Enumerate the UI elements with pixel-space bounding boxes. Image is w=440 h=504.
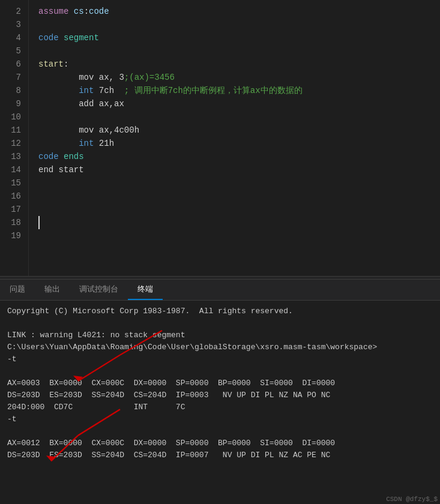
line-numbers: 2345678910111213141516171819 xyxy=(0,0,29,276)
line-number: 19 xyxy=(0,229,28,242)
code-line: start: xyxy=(38,58,440,71)
line-number: 7 xyxy=(0,71,28,84)
code-token: : xyxy=(64,59,68,69)
terminal-line: C:\Users\Yuan\AppData\Roaming\Code\User\… xyxy=(7,341,433,353)
watermark: CSDN @dfzy$_$ xyxy=(386,496,438,503)
code-content[interactable]: assume cs:code code segment start: mov a… xyxy=(29,0,440,276)
editor-area: 2345678910111213141516171819 assume cs:c… xyxy=(0,0,440,276)
terminal-line xyxy=(7,365,433,377)
code-token: code xyxy=(38,33,64,43)
line-number: 10 xyxy=(0,110,28,124)
code-line: int 21h xyxy=(38,137,440,150)
terminal-content[interactable]: Copyright (C) Microsoft Corp 1983-1987. … xyxy=(0,301,440,466)
terminal-line: -t xyxy=(7,353,433,365)
code-token: ends xyxy=(64,152,84,161)
terminal-line: AX=0003 BX=0000 CX=000C DX=0000 SP=0000 … xyxy=(7,377,433,389)
code-line: mov ax,4c00h xyxy=(38,124,440,137)
code-token: code xyxy=(89,7,109,16)
line-number: 4 xyxy=(0,31,28,44)
code-line xyxy=(38,190,440,203)
code-line xyxy=(38,216,440,229)
tab-终端[interactable]: 终端 xyxy=(128,279,163,300)
line-number: 11 xyxy=(0,124,28,137)
line-number: 15 xyxy=(0,176,28,190)
code-token: ; 调用中断7ch的中断例程，计算ax中的数据的 xyxy=(124,86,303,95)
line-number: 6 xyxy=(0,58,28,71)
terminal-line: 204D:000 CD7C INT 7C xyxy=(7,401,433,413)
code-line: mov ax, 3;(ax)=3456 xyxy=(38,71,440,84)
code-token: int xyxy=(79,86,94,95)
line-number: 9 xyxy=(0,97,28,110)
line-number: 16 xyxy=(0,190,28,203)
code-line: int 7ch ; 调用中断7ch的中断例程，计算ax中的数据的 xyxy=(38,84,440,97)
terminal-line: -t xyxy=(7,413,433,425)
code-token: ;(ax)=3456 xyxy=(124,73,175,82)
code-container: 2345678910111213141516171819 assume cs:c… xyxy=(0,0,440,276)
code-line: end start xyxy=(38,163,440,176)
code-token: 21h xyxy=(94,139,114,148)
terminal-line xyxy=(7,317,433,329)
code-line: assume cs:code xyxy=(38,5,440,18)
code-token: segment xyxy=(64,33,99,43)
code-token: assume xyxy=(38,7,74,16)
code-line xyxy=(38,18,440,31)
code-token: cs xyxy=(74,7,84,16)
code-line: code segment xyxy=(38,31,440,44)
code-token xyxy=(38,139,79,148)
terminal-line: Copyright (C) Microsoft Corp 1983-1987. … xyxy=(7,305,433,317)
code-token: add ax,ax xyxy=(38,99,124,109)
code-token: end start xyxy=(38,165,84,175)
bottom-panel: 问题输出调试控制台终端 Copyright (C) Microsoft Corp… xyxy=(0,280,440,504)
line-number: 12 xyxy=(0,137,28,150)
code-line: add ax,ax xyxy=(38,97,440,110)
code-line xyxy=(38,44,440,58)
terminal-line: DS=203D ES=203D SS=204D CS=204D IP=0007 … xyxy=(7,449,433,461)
code-line xyxy=(38,176,440,190)
code-token: start xyxy=(38,59,64,69)
tab-输出[interactable]: 输出 xyxy=(35,279,70,300)
code-line xyxy=(38,229,440,242)
code-token: mov ax,4c00h xyxy=(38,125,139,135)
line-number: 17 xyxy=(0,203,28,216)
code-line xyxy=(38,110,440,124)
terminal-line: AX=0012 BX=0000 CX=000C DX=0000 SP=0000 … xyxy=(7,437,433,449)
line-number: 2 xyxy=(0,5,28,18)
terminal-wrapper: Copyright (C) Microsoft Corp 1983-1987. … xyxy=(0,301,440,504)
code-token xyxy=(38,86,79,95)
code-line xyxy=(38,203,440,216)
code-token: 7ch xyxy=(94,86,124,95)
code-token: mov ax, 3 xyxy=(38,73,124,82)
code-token: int xyxy=(79,139,94,148)
line-number: 5 xyxy=(0,44,28,58)
tab-问题[interactable]: 问题 xyxy=(0,279,35,300)
tab-bar: 问题输出调试控制台终端 xyxy=(0,280,440,301)
line-number: 13 xyxy=(0,150,28,163)
line-number: 3 xyxy=(0,18,28,31)
tab-调试控制台[interactable]: 调试控制台 xyxy=(70,279,128,300)
line-number: 8 xyxy=(0,84,28,97)
code-token: code xyxy=(38,152,64,161)
terminal-line: LINK : warning L4021: no stack segment xyxy=(7,329,433,341)
terminal-line: DS=203D ES=203D SS=204D CS=204D IP=0003 … xyxy=(7,389,433,401)
terminal-line xyxy=(7,425,433,437)
line-number: 14 xyxy=(0,163,28,176)
line-number: 18 xyxy=(0,216,28,229)
code-token: : xyxy=(84,7,89,16)
code-line: code ends xyxy=(38,150,440,163)
